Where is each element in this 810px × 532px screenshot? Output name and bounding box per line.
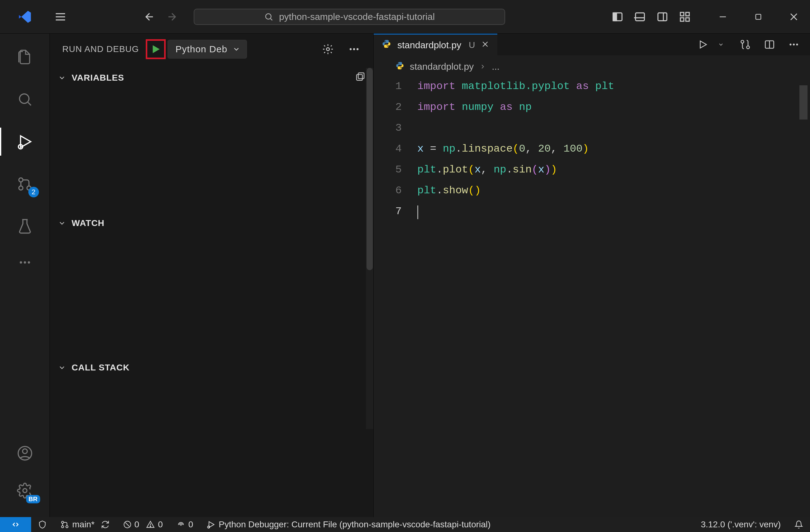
svg-marker-42	[700, 41, 707, 48]
line-number: 7	[374, 205, 417, 217]
window-maximize-icon[interactable]	[751, 10, 765, 24]
vscode-logo	[0, 0, 50, 34]
run-dropdown-icon[interactable]	[714, 38, 728, 51]
status-problems[interactable]: 0 0	[116, 519, 170, 530]
collapse-all-icon[interactable]	[355, 71, 365, 84]
status-branch[interactable]: main*	[53, 519, 116, 530]
line-number: 4	[374, 143, 417, 155]
customize-layout-icon[interactable]	[678, 10, 692, 24]
layout-panel-bottom-icon[interactable]	[633, 10, 647, 24]
activity-run-debug-icon[interactable]	[14, 131, 36, 152]
line-number: 1	[374, 80, 417, 92]
svg-rect-7	[636, 13, 645, 20]
breadcrumbs[interactable]: standardplot.py ...	[374, 55, 810, 78]
variables-section-header[interactable]: VARIABLES	[50, 65, 373, 90]
scm-badge: 2	[28, 187, 39, 197]
editor-group: standardplot.py U	[374, 34, 810, 517]
line-number: 2	[374, 101, 417, 113]
svg-rect-14	[686, 18, 689, 21]
line-number: 5	[374, 164, 417, 176]
debug-config-name: Python Deb	[175, 44, 227, 54]
chevron-down-icon	[58, 219, 66, 227]
svg-rect-39	[357, 74, 362, 80]
svg-point-50	[62, 521, 64, 523]
svg-line-20	[28, 102, 31, 105]
activity-source-control-icon[interactable]: 2	[14, 173, 36, 195]
variables-section: VARIABLES	[50, 65, 373, 211]
svg-point-32	[23, 489, 27, 493]
sync-icon[interactable]	[101, 520, 110, 529]
layout-sidebar-right-icon[interactable]	[655, 10, 669, 24]
svg-point-52	[62, 526, 64, 528]
svg-point-34	[326, 48, 329, 51]
svg-rect-16	[756, 14, 761, 19]
more-actions-icon[interactable]	[347, 42, 361, 56]
python-file-icon	[395, 61, 404, 72]
code-editor[interactable]: 1 import matplotlib.pyplot as plt 2 impo…	[374, 78, 810, 517]
code-line: plt.plot(x, np.sin(x))	[417, 164, 557, 176]
chevron-down-icon	[232, 45, 240, 53]
status-ports[interactable]: 0	[170, 519, 200, 530]
window-close-icon[interactable]	[787, 10, 801, 24]
window-minimize-icon[interactable]	[716, 10, 730, 24]
sidebar-header: RUN AND DEBUG Python Deb	[50, 34, 373, 65]
editor-more-icon[interactable]	[787, 38, 801, 51]
activity-explorer-icon[interactable]	[14, 46, 36, 68]
svg-point-23	[19, 178, 23, 182]
tab-modified-marker: U	[469, 40, 475, 50]
debug-config-dropdown[interactable]: Python Deb	[167, 40, 247, 59]
svg-point-25	[19, 186, 23, 190]
svg-rect-6	[613, 13, 617, 20]
status-security-icon[interactable]	[31, 520, 53, 529]
text-cursor	[417, 205, 418, 219]
error-count: 0	[134, 519, 140, 530]
nav-forward-icon[interactable]	[165, 10, 179, 24]
ports-count: 0	[189, 519, 193, 530]
layout-sidebar-left-icon[interactable]	[611, 10, 625, 24]
line-number: 6	[374, 185, 417, 196]
chevron-right-icon	[479, 63, 486, 70]
tab-close-icon[interactable]	[481, 40, 489, 50]
remote-indicator[interactable]	[0, 517, 31, 532]
svg-line-54	[125, 523, 129, 527]
branch-name: main*	[72, 519, 95, 530]
settings-gear-icon[interactable]	[321, 42, 335, 56]
editor-tab-standardplot[interactable]: standardplot.py U	[374, 34, 497, 55]
run-file-icon[interactable]	[696, 38, 710, 51]
compare-changes-icon[interactable]	[739, 38, 752, 51]
svg-marker-33	[153, 45, 160, 53]
svg-point-44	[747, 46, 749, 49]
status-debug-config[interactable]: Python Debugger: Current File (python-sa…	[200, 519, 497, 530]
callstack-label: CALL STACK	[71, 363, 130, 372]
chevron-down-icon	[58, 364, 66, 372]
hamburger-menu-icon[interactable]	[50, 6, 71, 28]
sidebar-scrollbar[interactable]	[366, 68, 373, 429]
code-line: x = np.linspace(0, 20, 100)	[417, 143, 589, 155]
activity-bar: 2 BR	[0, 34, 50, 517]
svg-point-49	[796, 44, 798, 46]
activity-testing-icon[interactable]	[14, 215, 36, 237]
breadcrumb-file: standardplot.py	[410, 61, 474, 72]
activity-more-icon[interactable]	[14, 251, 36, 273]
minimap[interactable]	[799, 85, 808, 119]
interpreter-text: 3.12.0 ('.venv': venv)	[701, 519, 781, 530]
breadcrumb-more: ...	[492, 61, 500, 72]
activity-search-icon[interactable]	[14, 88, 36, 110]
debug-sidebar: RUN AND DEBUG Python Deb VARIABLES	[50, 34, 374, 517]
nav-back-icon[interactable]	[143, 10, 156, 24]
status-interpreter[interactable]: 3.12.0 ('.venv': venv)	[694, 519, 788, 530]
callstack-section-header[interactable]: CALL STACK	[50, 356, 373, 379]
activity-settings-icon[interactable]: BR	[14, 480, 36, 501]
status-notifications-icon[interactable]	[788, 520, 810, 529]
split-editor-icon[interactable]	[763, 38, 776, 51]
variables-label: VARIABLES	[71, 73, 124, 83]
code-line: import numpy as np	[417, 101, 532, 113]
svg-rect-9	[658, 13, 667, 20]
sidebar-title: RUN AND DEBUG	[62, 44, 139, 54]
activity-accounts-icon[interactable]	[14, 442, 36, 464]
start-debug-button[interactable]	[146, 39, 166, 59]
svg-point-28	[24, 261, 26, 263]
svg-point-36	[353, 48, 355, 50]
command-center-search[interactable]: python-sample-vscode-fastapi-tutorial	[194, 9, 505, 25]
watch-section-header[interactable]: WATCH	[50, 212, 373, 234]
